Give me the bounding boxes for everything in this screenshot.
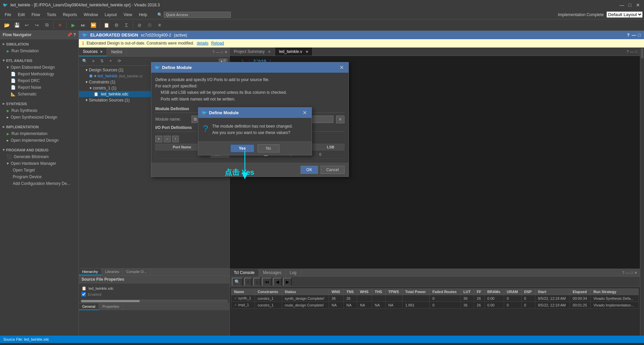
module-name-clear-btn[interactable]: ✕ xyxy=(336,116,344,123)
confirm-dialog-footer: Yes No xyxy=(198,141,312,155)
question-mark-icon: ? xyxy=(203,123,208,134)
confirm-message-1: The module definition has not been chang… xyxy=(212,123,293,130)
confirm-title-label: Define Module xyxy=(209,110,239,115)
info-line-3: MSB and LSB values will be ignored unles… xyxy=(155,89,344,96)
modal-backdrop: 🐦 Define Module ✕ Define a module and sp… xyxy=(0,0,644,345)
vivado-dialog-icon: 🐦 xyxy=(155,65,160,70)
confirm-vivado-icon: 🐦 xyxy=(202,110,207,115)
define-module-outer-close[interactable]: ✕ xyxy=(338,64,345,71)
info-line-1: Define a module and specify I/O Ports to… xyxy=(155,77,344,83)
port-up-btn[interactable]: ↑ xyxy=(172,136,179,142)
cancel-button[interactable]: Cancel xyxy=(321,166,344,174)
confirm-dialog: 🐦 Define Module ✕ ? The module definitio… xyxy=(198,107,312,155)
info-line-2: For each port specified: xyxy=(155,83,344,89)
port-remove-btn[interactable]: − xyxy=(164,136,171,142)
define-module-outer-title: 🐦 Define Module ✕ xyxy=(151,62,348,73)
ok-button[interactable]: OK xyxy=(301,166,318,174)
port-lsb-cell: 0 xyxy=(317,150,344,158)
confirm-dialog-title: 🐦 Define Module ✕ xyxy=(198,108,312,118)
confirm-text: The module definition has not been chang… xyxy=(212,123,293,136)
info-line-4: Ports with blank names will not be writt… xyxy=(155,96,344,102)
confirm-dialog-body: ? The module definition has not been cha… xyxy=(198,118,312,141)
define-module-outer-label: Define Module xyxy=(162,65,192,70)
confirm-message-2: Are you sure you want to use these value… xyxy=(212,130,293,136)
define-module-outer-footer: OK Cancel xyxy=(151,163,348,177)
no-button[interactable]: No xyxy=(258,144,279,152)
yes-button[interactable]: Yes xyxy=(230,144,254,152)
module-name-label: Module name: xyxy=(155,117,189,122)
confirm-close-button[interactable]: ✕ xyxy=(301,110,308,116)
port-add-btn[interactable]: + xyxy=(155,136,162,142)
define-module-info: Define a module and specify I/O Ports to… xyxy=(155,77,344,102)
col-lsb: LSB xyxy=(317,144,344,150)
